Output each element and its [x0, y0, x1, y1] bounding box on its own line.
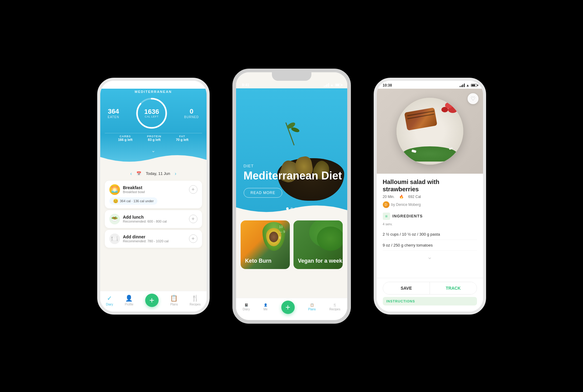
vegan-title: Vegan for a week: [298, 258, 342, 264]
breakfast-cal-pill: 😊 364 cal · 136 cal under: [109, 197, 157, 205]
read-more-button[interactable]: READ MORE: [244, 188, 283, 198]
plans-icon: 📋: [170, 295, 178, 302]
fat-macro: FAT 70 g left: [176, 135, 189, 141]
recipe-image: ♡: [377, 89, 483, 174]
breakfast-calories: 364 cal · 136 cal under: [120, 199, 154, 203]
breakfast-icon: 🌅: [109, 184, 120, 195]
nav-recipes-item[interactable]: 🍴 Recipes: [190, 295, 201, 306]
calories-burned-label: BURNED: [184, 115, 199, 119]
left-status-bar: 10:36 ▲: [100, 81, 207, 89]
notch: [272, 72, 311, 81]
ring-center: 1636 CAL LEFT: [144, 108, 159, 118]
plan-cards-row: 10 — 9 8 Keto Burn: [241, 220, 343, 269]
calories-eaten-stat: 364 EATEN: [108, 107, 119, 119]
center-screen: 9:41 ▲: [236, 72, 347, 320]
recipe-author: D by Denice Moberg: [383, 201, 477, 208]
center-phone: 9:41 ▲: [232, 69, 351, 324]
prev-date-button[interactable]: ‹: [130, 171, 132, 176]
vegan-card[interactable]: Vegan for a week: [293, 220, 343, 269]
keto-burn-card[interactable]: 10 — 9 8 Keto Burn: [241, 220, 290, 269]
ingredient-tomatoes: 9 oz / 250 g cherry tomatoes: [383, 240, 477, 251]
diet-label: MEDITERRANEAN: [100, 90, 207, 94]
carbs-value: 166 g left: [118, 138, 132, 141]
center-nav-add-button[interactable]: +: [281, 301, 295, 314]
center-wave-svg: [236, 202, 347, 216]
center-nav-me[interactable]: 👤 Me: [263, 303, 268, 311]
ingredient-pasta-text: 2 ½ cups / 10 ½ oz / 300 g pasta: [383, 232, 440, 237]
nav-plans-label: Plans: [170, 303, 178, 306]
recipe-actions: SAVE TRACK: [383, 282, 477, 295]
nav-profile-item[interactable]: 👤 Profile: [125, 295, 133, 306]
flame-icon: 🔥: [399, 195, 404, 199]
left-phone: 10:36 ▲ MEDITERRANEAN: [97, 78, 210, 315]
recipe-cal: 692 Cal: [408, 195, 421, 199]
current-date: Today, 11 Jun: [146, 171, 170, 176]
fat-label: FAT: [176, 135, 189, 138]
lunch-header: 🥗 Add lunch Recommended: 600 - 800 cal +: [109, 214, 197, 224]
keto-burn-title: Keto Burn: [245, 258, 272, 264]
lunch-icon-title: 🥗 Add lunch Recommended: 600 - 800 cal: [109, 214, 167, 224]
center-plans-label: Plans: [308, 308, 316, 311]
chevron-more-icon[interactable]: ⌄: [383, 251, 477, 263]
right-phone: 10:38 ▲: [374, 78, 486, 315]
dinner-info: Add dinner Recommended: 780 - 1020 cal: [123, 234, 169, 243]
center-nav-diary[interactable]: 📓 Diary: [243, 303, 250, 311]
dinner-subtitle: Recommended: 780 - 1020 cal: [123, 239, 169, 243]
protein-value: 83 g left: [147, 138, 161, 141]
right-status-icons: ▲: [460, 83, 477, 87]
center-signal-icon: [324, 83, 329, 87]
scale-lines: 10 — 9 8: [279, 225, 285, 240]
right-wifi-icon: ▲: [466, 83, 470, 87]
ingredients-section: ≡ INGREDIENTS 4 serv. 2 ½ cups / 10 ½ oz…: [383, 213, 477, 251]
center-diary-icon: 📓: [245, 303, 248, 307]
center-status-icons: ▲: [324, 83, 341, 87]
instructions-bar[interactable]: INSTRUCTIONS: [383, 297, 477, 305]
lunch-icon: 🥗: [109, 214, 120, 224]
breakfast-icon-title: 🌅 Breakfast Breakfast bowl: [109, 184, 145, 195]
breakfast-header: 🌅 Breakfast Breakfast bowl +: [109, 184, 197, 195]
calendar-icon: 📅: [136, 171, 141, 176]
center-nav-recipes[interactable]: 🍴 Recipes: [329, 303, 340, 311]
signal-icon: [183, 84, 188, 87]
heart-button[interactable]: ♡: [468, 93, 478, 104]
recipe-meta: 20 Min. 🔥 692 Cal: [383, 195, 477, 199]
calories-eaten-label: EATEN: [108, 115, 119, 119]
ingredients-header: ≡ INGREDIENTS: [383, 213, 477, 220]
nav-plans-item[interactable]: 📋 Plans: [170, 295, 178, 306]
next-date-button[interactable]: ›: [175, 171, 176, 176]
nav-profile-label: Profile: [125, 303, 133, 306]
author-avatar: D: [383, 201, 389, 208]
calories-burned-stat: 0 BURNED: [184, 107, 199, 119]
calorie-ring-section: 364 EATEN 1636 CAL LEFT: [100, 94, 207, 133]
phones-container: 10:36 ▲ MEDITERRANEAN: [79, 14, 504, 378]
calories-eaten-value: 364: [108, 107, 119, 115]
cal-left-value: 1636: [144, 108, 159, 115]
wifi-icon: ▲: [190, 83, 193, 87]
left-time: 10:36: [106, 83, 116, 87]
left-bottom-nav: ✓ Diary 👤 Profile + 📋 Plans 🍴 Recipes: [100, 291, 207, 312]
hero-section: DIET Mediterranean Diet READ MORE: [236, 88, 347, 216]
add-breakfast-button[interactable]: +: [189, 185, 197, 194]
author-name: by Denice Moberg: [391, 203, 421, 207]
add-dinner-button[interactable]: +: [189, 234, 197, 243]
recipe-title: Halloumi salad with strawberries: [383, 178, 477, 193]
recipes-icon: 🍴: [191, 295, 199, 302]
dinner-card: 🍽️ Add dinner Recommended: 780 - 1020 ca…: [105, 230, 202, 248]
nav-add-button[interactable]: +: [145, 294, 159, 307]
recipe-time: 20 Min.: [383, 195, 395, 199]
track-button[interactable]: TRACK: [430, 282, 477, 294]
wave-svg: [100, 151, 207, 165]
plans-content: 10 — 9 8 Keto Burn: [236, 216, 347, 298]
ingredients-icon: ≡: [383, 213, 390, 220]
breakfast-info: Breakfast Breakfast bowl: [123, 185, 145, 194]
nav-diary-item[interactable]: ✓ Diary: [106, 295, 113, 306]
add-lunch-button[interactable]: +: [189, 215, 197, 223]
smiley-icon: 😊: [113, 199, 118, 203]
save-button[interactable]: SAVE: [383, 282, 430, 294]
ingredients-title: INGREDIENTS: [393, 214, 423, 218]
dinner-icon: 🍽️: [109, 233, 120, 244]
hero-title: Mediterranean Diet: [244, 170, 342, 182]
center-nav-plans[interactable]: 📋 Plans: [308, 303, 316, 311]
protein-label: PROTEIN: [147, 135, 161, 138]
left-status-icons: ▲: [183, 83, 200, 87]
